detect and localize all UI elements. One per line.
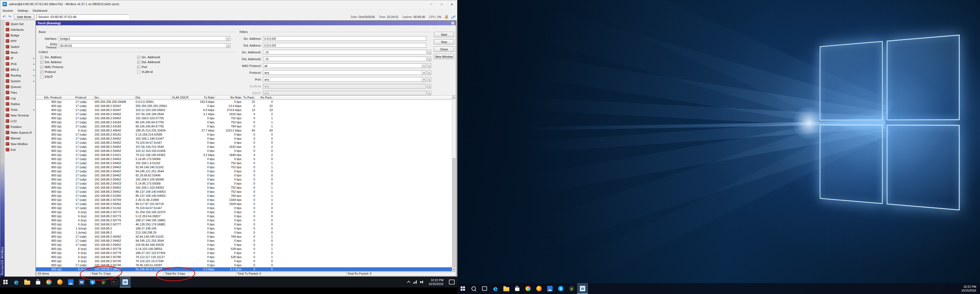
photos-icon[interactable] (65, 277, 76, 288)
close-button[interactable] (447, 0, 457, 8)
filter-field-port[interactable]: any (263, 77, 426, 82)
checkbox-box[interactable] (137, 56, 140, 59)
table-row[interactable]: 800 (ip)17 (udp)192.168.88.2.5945279.119… (36, 141, 452, 145)
table-row[interactable]: 800 (ip)1 (icmp)192.168.88.2188.27.248.1… (36, 226, 452, 230)
chevron-down-icon[interactable] (422, 70, 426, 75)
table-row[interactable]: 800 (ip)17 (udp)192.168.88.2.5124279.119… (36, 206, 452, 210)
table-row[interactable]: 800 (ip)6 (tcp)192.168.88.2.49642188.25.… (36, 129, 452, 133)
checkbox-src-address[interactable]: Src. Address (40, 55, 62, 59)
checkbox-box[interactable] (40, 65, 43, 68)
table-row[interactable]: 800 (ip)17 (udp)192.168.88.2.59452192.16… (36, 161, 452, 165)
sidebar-item-partition[interactable]: Partition (5, 124, 35, 130)
column-header-rx-rate[interactable]: Rx Rate (215, 95, 242, 100)
chevron-up-icon[interactable] (407, 281, 410, 284)
table-row[interactable]: 800 (ip)17 (udp)192.168.88.2.654235.14.8… (36, 181, 452, 186)
sidebar-item-routing[interactable]: Routing (5, 72, 35, 78)
action-center-icon[interactable] (449, 280, 455, 284)
skype-icon[interactable] (555, 283, 566, 294)
table-row[interactable]: 800 (ip)17 (udp)192.168.88.2.59452192.16… (36, 178, 452, 181)
table-row[interactable]: 800 (ip)17 (udp)192.168.88.2.59452192.16… (36, 137, 452, 141)
filter-field-protocol[interactable]: any (263, 70, 426, 75)
sidebar-item-mpls[interactable]: MPLS (5, 67, 35, 72)
sidebar-item-queues[interactable]: Queues (5, 84, 35, 89)
table-row[interactable]: 800 (ip)17 (udp)192.168.88.2.5162179.112… (36, 153, 452, 157)
checkbox-box[interactable] (137, 61, 140, 64)
checkbox-dscp[interactable]: DSCP (40, 75, 53, 79)
sidebar-item-files[interactable]: Files (5, 89, 35, 95)
table-row[interactable]: 800 (ip)17 (udp)255.255.255.255.594980.0… (36, 100, 452, 104)
utorrent-icon[interactable] (566, 283, 577, 294)
column-header-protocol[interactable]: Protocol (62, 95, 94, 100)
filter-field-mac-protocol[interactable]: all (263, 64, 426, 68)
checkbox-box[interactable] (40, 56, 43, 59)
table-row[interactable]: 800 (ip)6 (tcp)192.168.88.2.507735.12.25… (36, 214, 452, 218)
sidebar-item-manual[interactable]: Manual (5, 135, 35, 141)
sidebar-item-bridge[interactable]: Bridge (5, 32, 35, 38)
menu-settings[interactable]: Settings (18, 9, 28, 12)
store-icon[interactable] (33, 277, 43, 288)
column-header-tx-rate[interactable]: Tx Rate (189, 95, 215, 100)
toggle-mode-button[interactable] (427, 50, 431, 54)
table-row[interactable]: 800 (ip)6 (tcp)192.168.88.2.507785.14.10… (36, 247, 452, 251)
entry-timeout-input[interactable]: 00:00:03 (59, 43, 230, 48)
table-row[interactable]: 800 (ip)6 (tcp)192.168.88.2.50779188.27.… (36, 251, 452, 255)
table-row[interactable]: 800 (ip)17 (udp)192.168.88.2.59452157.56… (36, 112, 452, 116)
chevron-down-icon[interactable] (422, 77, 426, 81)
start-icon[interactable] (457, 283, 468, 294)
checkbox-mac-protocol[interactable]: MAC Protocol (40, 65, 63, 69)
filter-field-dst-address[interactable]: 0.0.0.0/0 (263, 43, 426, 48)
network-icon[interactable] (413, 280, 417, 284)
winbox-icon[interactable] (120, 277, 130, 288)
table-row[interactable]: 800 (ip)6 (tcp)192.168.88.2.5077746.128.… (36, 222, 452, 226)
column-header-rx-pack[interactable]: Rx Pack. (256, 95, 274, 100)
table-row[interactable]: 800 (ip)17 (udp)192.168.88.2.59452192.16… (36, 186, 452, 190)
column-header-vlan-id[interactable]: VLAN Id (171, 95, 180, 100)
redo-icon[interactable]: ↷ (7, 15, 12, 19)
tray-clock[interactable]: 10:22 PM 10/15/2016 (426, 278, 445, 286)
torch-titlebar[interactable]: Torch (Running) (36, 21, 456, 25)
table-row[interactable]: 800 (ip)17 (udp)192.168.88.2.59452216.66… (36, 243, 452, 247)
checkbox-dst-address[interactable]: Dst. Address (40, 60, 62, 64)
table-row[interactable]: 800 (ip)17 (udp)192.168.88.2.59452157.56… (36, 145, 452, 149)
store-icon[interactable] (512, 283, 523, 294)
scroll-up-icon[interactable]: ▲ (452, 95, 456, 99)
file-explorer-icon[interactable] (501, 283, 512, 294)
toggle-mode-button[interactable] (427, 91, 431, 95)
table-row[interactable]: 800 (ip)17 (udp)192.168.88.2.501815.13.1… (36, 133, 452, 137)
session-field[interactable]: Session: E4:8D:8C:07:E2:A0 (37, 14, 129, 19)
checkbox-dst-address6[interactable]: Dst. Address6 (137, 60, 160, 64)
table-row[interactable]: 800 (ip)1 (icmp)192.168.88.2213.108.208.… (36, 230, 452, 235)
start-icon[interactable] (0, 277, 11, 288)
scrollbar-thumb[interactable] (452, 158, 455, 267)
firefox-icon[interactable] (533, 283, 544, 294)
sidebar-item-new-winbox[interactable]: New WinBox (5, 141, 35, 147)
stop-button[interactable]: Stop (434, 39, 454, 44)
sidebar-item-ppp[interactable]: PPP (5, 38, 35, 44)
checkbox-box[interactable] (40, 61, 43, 64)
table-row[interactable]: 800 (ip)17 (udp)192.168.88.2.5945294.245… (36, 239, 452, 243)
table-row[interactable]: 800 (ip)17 (udp)192.168.88.2.5236086.137… (36, 194, 452, 198)
table-row[interactable]: 800 (ip)17 (udp)192.168.88.2.59452103.12… (36, 149, 452, 153)
sidebar-item-ipv6[interactable]: IPv6 (5, 61, 35, 67)
filter-field-src-address[interactable]: 0.0.0.0/0 (263, 36, 426, 41)
table-row[interactable]: 800 (ip)6 (tcp)192.168.88.2.50776188.27.… (36, 218, 452, 222)
table-row[interactable]: 800 (ip)17 (udp)192.168.88.2.5945286.137… (36, 190, 452, 194)
close-button[interactable]: Close (434, 46, 454, 52)
column-header-tx-pack[interactable]: Tx Pack. (242, 95, 256, 100)
table-row[interactable]: 800 (ip)6 (tcp)192.168.88.2.5078079.113.… (36, 255, 452, 259)
checkbox-box[interactable] (40, 70, 43, 73)
window-titlebar[interactable]: admin@E4:8D:8C:07:E2:A0 (MikroTik) - Win… (0, 0, 457, 8)
table-row[interactable]: 800 (ip)17 (udp)192.168.88.2.5418389.165… (36, 124, 452, 129)
task-view-icon[interactable] (479, 283, 490, 294)
table-row[interactable]: 800 (ip)6 (tcp)192.168.88.2.5077291.204.… (36, 210, 452, 214)
menu-dashboard[interactable]: Dashboard (33, 9, 48, 12)
filter-field-src-address6[interactable]: ::/0 (263, 50, 426, 54)
maximize-button[interactable] (436, 0, 447, 8)
toggle-mode-button[interactable] (427, 70, 431, 75)
undo-icon[interactable]: ↶ (2, 15, 6, 19)
table-row[interactable]: 800 (ip)17 (udp)192.168.88.2.5418389.165… (36, 120, 452, 124)
checkbox-protocol[interactable]: Protocol (40, 70, 56, 74)
table-scrollbar[interactable]: ▲ ▼ (452, 95, 456, 271)
sidebar-item-log[interactable]: Log (5, 95, 35, 101)
checkbox-box[interactable] (137, 65, 140, 68)
